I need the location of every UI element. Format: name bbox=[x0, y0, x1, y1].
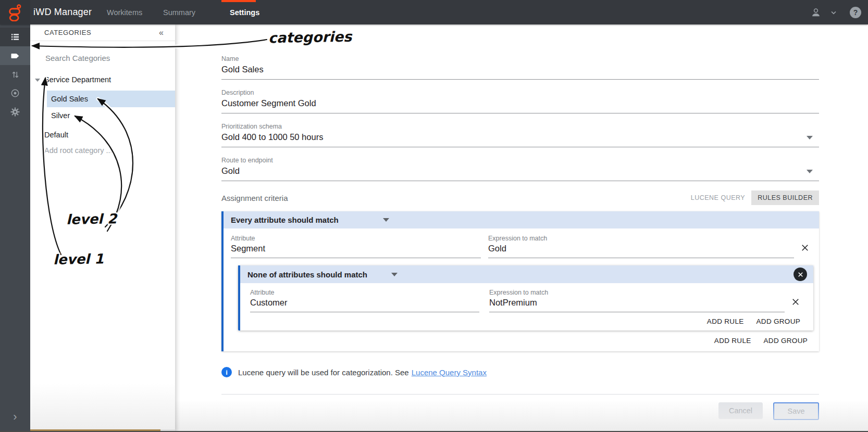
route-to-endpoint-value[interactable]: Gold bbox=[221, 166, 819, 181]
group-operator-caret-icon[interactable] bbox=[383, 218, 389, 222]
expression-value-input[interactable]: NotPremium bbox=[489, 298, 785, 312]
app-title: iWD Manager bbox=[33, 0, 92, 24]
attribute-label: Attribute bbox=[250, 289, 479, 296]
rail-categories-tag-icon[interactable] bbox=[0, 46, 30, 65]
route-to-endpoint-text: Gold bbox=[221, 166, 240, 175]
rail-expand-icon[interactable]: › bbox=[0, 411, 30, 423]
tree-expand-caret-icon[interactable] bbox=[35, 79, 40, 82]
group-operator-caret-icon[interactable] bbox=[391, 273, 398, 276]
assignment-criteria-label: Assignment criteria bbox=[221, 194, 288, 202]
prioritization-schema-label: Prioritization schema bbox=[221, 123, 819, 130]
footer-divider bbox=[221, 394, 819, 395]
categories-panel-header: CATEGORIES « bbox=[30, 24, 175, 41]
rule-row-customer: Attribute Customer Expression to match N… bbox=[240, 283, 813, 312]
list-icon bbox=[10, 32, 20, 42]
outer-group-footer: ADD RULE ADD GROUP bbox=[224, 331, 819, 351]
category-detail-pane: Name Gold Sales Description Customer Seg… bbox=[175, 24, 868, 432]
tree-item-label: Service Department bbox=[30, 75, 111, 84]
rail-list-icon[interactable] bbox=[0, 28, 30, 46]
rail-record-icon[interactable] bbox=[0, 84, 30, 103]
lucene-query-syntax-link[interactable]: Lucene Query Syntax bbox=[412, 368, 487, 377]
top-app-bar: iWD Manager Workitems Summary Settings ? bbox=[0, 0, 868, 24]
tag-icon bbox=[10, 50, 21, 61]
prioritization-schema-text: Gold 400 to 1000 50 hours bbox=[221, 132, 323, 142]
name-field-value[interactable]: Gold Sales bbox=[221, 65, 819, 80]
description-field-value[interactable]: Customer Segment Gold bbox=[221, 98, 819, 113]
rules-group-outer: Every attribute should match Attribute S… bbox=[221, 211, 819, 351]
name-field[interactable]: Name Gold Sales bbox=[221, 55, 819, 80]
tree-item-gold-sales[interactable]: Gold Sales bbox=[47, 91, 175, 107]
attribute-value-input[interactable]: Segment bbox=[231, 244, 481, 258]
tree-item-silver[interactable]: Silver bbox=[47, 107, 175, 124]
nav-settings[interactable]: Settings bbox=[230, 0, 259, 24]
route-to-endpoint-select[interactable]: Route to endpoint Gold bbox=[221, 157, 819, 181]
nested-group-title: None of attributes should match bbox=[247, 270, 391, 279]
expression-label: Expression to match bbox=[489, 289, 785, 296]
help-question-glyph: ? bbox=[850, 7, 861, 18]
lucene-info-note: i Lucene query will be used for categori… bbox=[221, 367, 819, 377]
outer-group-header[interactable]: Every attribute should match bbox=[224, 211, 819, 228]
sort-arrows-icon bbox=[10, 70, 20, 80]
remove-rule-icon[interactable] bbox=[791, 297, 800, 307]
categories-panel: CATEGORIES « Service Department Gold Sal… bbox=[30, 24, 175, 432]
help-icon[interactable]: ? bbox=[850, 0, 861, 24]
genesys-logo-icon[interactable] bbox=[0, 0, 30, 24]
collapse-panel-icon[interactable]: « bbox=[159, 28, 175, 37]
save-button[interactable]: Save bbox=[773, 402, 819, 420]
categories-panel-title: CATEGORIES bbox=[30, 29, 159, 36]
remove-group-icon[interactable] bbox=[793, 268, 807, 281]
route-to-endpoint-label: Route to endpoint bbox=[221, 157, 819, 164]
add-rule-button[interactable]: ADD RULE bbox=[707, 317, 744, 325]
remove-rule-icon[interactable] bbox=[800, 243, 810, 252]
tree-item-add-root-category[interactable]: Add root category ... bbox=[30, 143, 175, 158]
description-field[interactable]: Description Customer Segment Gold bbox=[221, 89, 819, 113]
nested-group-footer: ADD RULE ADD GROUP bbox=[240, 312, 813, 331]
cancel-button[interactable]: Cancel bbox=[718, 402, 763, 419]
tree-item-label: Silver bbox=[47, 111, 70, 120]
rules-builder-toggle[interactable]: RULES BUILDER bbox=[751, 190, 819, 205]
add-group-button[interactable]: ADD GROUP bbox=[764, 337, 808, 345]
tree-item-label: Add root category ... bbox=[30, 146, 113, 155]
user-account-icon[interactable] bbox=[810, 0, 822, 24]
rail-sort-icon[interactable] bbox=[0, 65, 30, 84]
form-actions: Cancel Save bbox=[221, 402, 819, 420]
nav-workitems[interactable]: Workitems bbox=[107, 0, 142, 24]
lucene-query-toggle[interactable]: LUCENE QUERY bbox=[685, 190, 751, 205]
attribute-label: Attribute bbox=[231, 235, 481, 242]
tree-item-service-department[interactable]: Service Department bbox=[30, 72, 175, 87]
category-tree: Service Department Gold Sales Silver Def… bbox=[30, 72, 175, 158]
gear-icon bbox=[10, 107, 20, 117]
prioritization-schema-select[interactable]: Prioritization schema Gold 400 to 1000 5… bbox=[221, 123, 819, 147]
outer-group-title: Every attribute should match bbox=[231, 215, 383, 224]
prioritization-schema-value[interactable]: Gold 400 to 1000 50 hours bbox=[221, 132, 819, 147]
add-rule-button[interactable]: ADD RULE bbox=[714, 337, 751, 345]
circle-dot-icon bbox=[10, 88, 20, 98]
info-icon: i bbox=[221, 367, 232, 377]
left-icon-rail: › bbox=[0, 24, 30, 432]
rule-row-segment: Attribute Segment Expression to match Go… bbox=[224, 228, 819, 258]
name-field-label: Name bbox=[221, 55, 819, 62]
tree-item-label: Default bbox=[30, 131, 68, 139]
criteria-mode-toggle: LUCENE QUERY RULES BUILDER bbox=[685, 190, 819, 205]
info-text-body: Lucene query will be used for categoriza… bbox=[238, 368, 409, 377]
rules-group-nested: None of attributes should match Attribut… bbox=[238, 265, 813, 331]
attribute-value-input[interactable]: Customer bbox=[250, 298, 479, 312]
tree-item-label: Gold Sales bbox=[47, 95, 88, 103]
rail-settings-icon[interactable] bbox=[0, 103, 30, 121]
nav-summary[interactable]: Summary bbox=[163, 0, 195, 24]
active-tab-indicator bbox=[221, 0, 256, 2]
iwd-manager-screen: iWD Manager Workitems Summary Settings ? bbox=[0, 0, 868, 432]
chevron-down-icon[interactable] bbox=[829, 0, 838, 24]
expression-value-input[interactable]: Gold bbox=[488, 244, 794, 258]
nested-group-header[interactable]: None of attributes should match bbox=[240, 265, 813, 283]
description-field-label: Description bbox=[221, 89, 819, 96]
search-categories-input[interactable] bbox=[44, 53, 161, 63]
tree-item-default[interactable]: Default bbox=[30, 127, 175, 143]
add-group-button[interactable]: ADD GROUP bbox=[757, 317, 800, 325]
expression-label: Expression to match bbox=[488, 235, 794, 242]
dropdown-caret-icon[interactable] bbox=[807, 170, 813, 173]
info-text: Lucene query will be used for categoriza… bbox=[238, 368, 487, 377]
dropdown-caret-icon[interactable] bbox=[807, 136, 813, 139]
